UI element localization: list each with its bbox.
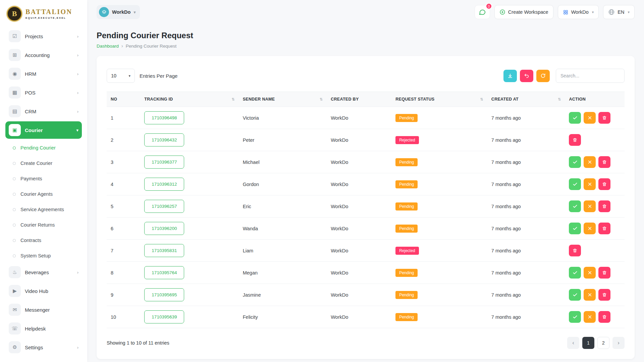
export-button[interactable]: [503, 70, 517, 82]
sidebar-subitem-create-courier[interactable]: Create Courier: [5, 156, 82, 171]
tracking-id-button[interactable]: 1710395639: [144, 310, 184, 323]
sidebar-item-label: Video Hub: [25, 288, 48, 294]
pagination: ‹12›: [564, 337, 625, 349]
sidebar-subitem-courier-returns[interactable]: Courier Returns: [5, 217, 82, 233]
delete-button[interactable]: [598, 223, 610, 234]
chevron-down-icon: ▾: [592, 10, 594, 14]
delete-button[interactable]: [598, 289, 610, 301]
sort-icon[interactable]: ⇅: [320, 97, 323, 102]
column-header-request-status[interactable]: REQUEST STATUS⇅: [391, 92, 487, 107]
delete-button[interactable]: [569, 245, 581, 256]
delete-button[interactable]: [598, 112, 610, 124]
sidebar-item-settings[interactable]: ⚙Settings›: [5, 339, 82, 356]
approve-button[interactable]: [569, 156, 581, 168]
language-selector[interactable]: EN ▾: [603, 5, 635, 19]
page-button-1[interactable]: 1: [582, 337, 594, 349]
brand-logo[interactable]: B BATTALION EQUIP,EXECUTE,EXEL: [5, 3, 82, 24]
entries-per-page-select[interactable]: 10 ▾: [107, 69, 135, 83]
sidebar-item-video-hub[interactable]: ▶Video Hub: [5, 282, 82, 300]
create-workspace-button[interactable]: Create Workspace: [494, 5, 553, 19]
reject-button[interactable]: [584, 112, 596, 124]
breadcrumb-dashboard-link[interactable]: Dashboard: [97, 44, 119, 49]
approve-button[interactable]: [569, 200, 581, 212]
projects-icon: ☑: [9, 30, 21, 42]
approve-button[interactable]: [569, 112, 581, 124]
next-page-button[interactable]: ›: [612, 337, 625, 349]
tracking-id-button[interactable]: 1710395695: [144, 288, 184, 301]
prev-page-button[interactable]: ‹: [567, 337, 579, 349]
sidebar-item-beverages[interactable]: ♨Beverages›: [5, 263, 82, 281]
table-body: 11710396498VictoriaWorkDoPending7 months…: [107, 107, 625, 328]
circle-bullet-icon: [13, 162, 16, 165]
page-button-2[interactable]: 2: [597, 337, 609, 349]
cell-tracking-id: 1710396200: [140, 218, 238, 240]
globe-icon: [608, 9, 615, 15]
approve-button[interactable]: [569, 178, 581, 190]
cell-action: [565, 129, 625, 151]
tracking-id-button[interactable]: 1710396257: [144, 200, 184, 213]
column-header-created-at[interactable]: CREATED AT⇅: [487, 92, 565, 107]
reject-button[interactable]: [584, 178, 596, 190]
reject-button[interactable]: [584, 200, 596, 212]
cell-created-at: 7 months ago: [487, 306, 565, 328]
approve-button[interactable]: [569, 223, 581, 234]
column-header-sender-name[interactable]: SENDER NAME⇅: [239, 92, 327, 107]
column-header-tracking-id[interactable]: TRACKING ID⇅: [140, 92, 238, 107]
sidebar-item-hrm[interactable]: ◉HRM›: [5, 65, 82, 82]
delete-button[interactable]: [598, 311, 610, 323]
delete-button[interactable]: [598, 200, 610, 212]
cell-no: 3: [107, 151, 140, 173]
language-label: EN: [618, 9, 624, 15]
delete-button[interactable]: [598, 156, 610, 168]
check-icon: [573, 182, 578, 187]
delete-button[interactable]: [569, 134, 581, 146]
reject-button[interactable]: [584, 156, 596, 168]
cell-request-status: Pending: [391, 218, 487, 240]
search-input[interactable]: [556, 69, 625, 83]
sidebar-item-crm[interactable]: ▤CRM›: [5, 103, 82, 120]
sidebar-subitem-pending-courier[interactable]: Pending Courier: [5, 140, 82, 156]
tracking-id-button[interactable]: 1710396498: [144, 111, 184, 124]
sidebar-item-helpdesk[interactable]: ☏Helpdesk: [5, 320, 82, 337]
approve-button[interactable]: [569, 267, 581, 279]
chevron-down-icon: ▾: [128, 74, 130, 78]
delete-button[interactable]: [598, 178, 610, 190]
sidebar-subitem-system-setup[interactable]: System Setup: [5, 248, 82, 263]
sidebar-item-pos[interactable]: ▦POS›: [5, 84, 82, 101]
workdo-menu[interactable]: WorkDo ▾: [558, 5, 599, 19]
sidebar-item-courier[interactable]: ▣Courier▾: [5, 121, 82, 139]
tracking-id-button[interactable]: 1710396200: [144, 222, 184, 235]
messages-button[interactable]: 0: [475, 5, 490, 19]
delete-button[interactable]: [598, 267, 610, 279]
workspace-selector[interactable]: WorkDo ▾: [97, 5, 140, 19]
workspace-icon: [99, 7, 109, 17]
sidebar-subitem-courier-agents[interactable]: Courier Agents: [5, 186, 82, 202]
tracking-id-button[interactable]: 1710395831: [144, 244, 184, 257]
undo-icon: [524, 73, 529, 78]
tracking-id-button[interactable]: 1710396312: [144, 178, 184, 191]
sidebar-subitem-service-agreements[interactable]: Service Agreements: [5, 202, 82, 217]
trash-icon: [573, 248, 577, 253]
reject-button[interactable]: [584, 289, 596, 301]
sidebar-item-projects[interactable]: ☑Projects›: [5, 27, 82, 45]
tracking-id-button[interactable]: 1710395764: [144, 266, 184, 279]
reject-button[interactable]: [584, 311, 596, 323]
sidebar-item-messenger[interactable]: ✉Messenger: [5, 301, 82, 318]
sidebar-item-accounting[interactable]: ⊞Accounting›: [5, 46, 82, 64]
sort-icon[interactable]: ⇅: [558, 97, 561, 102]
tracking-id-button[interactable]: 1710396432: [144, 133, 184, 146]
approve-button[interactable]: [569, 311, 581, 323]
check-icon: [573, 160, 578, 165]
reject-button[interactable]: [584, 223, 596, 234]
reset-button[interactable]: [520, 70, 533, 82]
reject-button[interactable]: [584, 267, 596, 279]
sidebar-subitem-contracts[interactable]: Contracts: [5, 233, 82, 248]
sort-icon[interactable]: ⇅: [480, 97, 483, 102]
chevron-right-icon: ›: [77, 34, 78, 39]
reload-button[interactable]: [536, 70, 550, 82]
sidebar-subitem-payments[interactable]: Payments: [5, 171, 82, 186]
sidebar: B BATTALION EQUIP,EXECUTE,EXEL ☑Projects…: [0, 0, 87, 362]
approve-button[interactable]: [569, 289, 581, 301]
tracking-id-button[interactable]: 1710396377: [144, 156, 184, 169]
sort-icon[interactable]: ⇅: [231, 97, 235, 102]
